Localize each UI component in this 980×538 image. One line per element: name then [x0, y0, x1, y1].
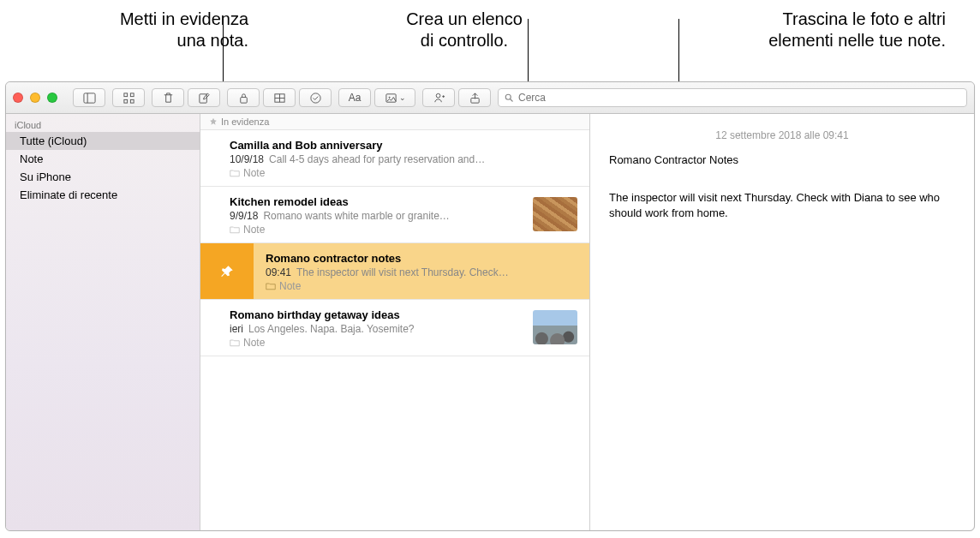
add-people-button[interactable] — [422, 88, 455, 107]
table-icon — [273, 92, 286, 105]
share-icon — [469, 92, 481, 105]
note-thumbnail — [533, 310, 577, 344]
checklist-button[interactable] — [299, 88, 332, 107]
sidebar-group-label: iCloud — [6, 117, 200, 132]
new-note-button[interactable] — [188, 88, 220, 107]
note-preview: 9/9/18Romano wants white marble or grani… — [230, 210, 524, 222]
folder-icon — [230, 169, 240, 177]
annotation-callouts: Metti in evidenzauna nota. Crea un elenc… — [0, 0, 980, 81]
svg-rect-4 — [123, 99, 127, 103]
note-preview: ieriLos Angeles. Napa. Baja. Yosemite? — [230, 323, 524, 335]
callout-checklist: Crea un elencodi controllo. — [353, 9, 576, 81]
svg-point-13 — [388, 96, 390, 98]
sidebar-item-recently-deleted[interactable]: Eliminate di recente — [6, 186, 200, 204]
pin-badge — [200, 243, 254, 299]
svg-rect-0 — [83, 93, 94, 102]
svg-rect-2 — [123, 93, 127, 96]
grid-icon — [122, 92, 135, 105]
note-row[interactable]: Romano birthday getaway ideas ieriLos An… — [200, 300, 589, 356]
window-controls — [13, 93, 57, 103]
svg-point-16 — [505, 94, 511, 99]
toggle-sidebar-button[interactable] — [73, 88, 105, 107]
note-title: Romano contractor notes — [266, 252, 577, 265]
lock-icon — [237, 92, 250, 105]
pin-icon — [209, 117, 218, 126]
search-input[interactable] — [518, 92, 961, 104]
note-body[interactable]: The inspector will visit next Thursday. … — [609, 190, 955, 220]
folder-icon — [230, 225, 240, 234]
search-icon — [504, 93, 514, 103]
note-folder: Note — [230, 167, 577, 179]
compose-icon — [198, 92, 211, 105]
note-folder: Note — [266, 280, 577, 292]
note-title: Kitchen remodel ideas — [230, 195, 524, 208]
note-timestamp: 12 settembre 2018 alle 09:41 — [609, 129, 955, 141]
note-row[interactable]: Camilla and Bob anniversary 10/9/18Call … — [200, 130, 589, 187]
close-window-button[interactable] — [13, 93, 23, 103]
checklist-icon — [309, 92, 322, 105]
note-preview: 10/9/18Call 4-5 days ahead for party res… — [230, 153, 577, 165]
svg-point-11 — [310, 93, 320, 102]
search-field[interactable] — [498, 88, 967, 107]
sidebar-icon — [83, 92, 96, 105]
sidebar-item-all-icloud[interactable]: Tutte (iCloud) — [6, 132, 200, 150]
note-row-selected[interactable]: Romano contractor notes 09:41The inspect… — [200, 243, 589, 300]
notes-window: Aa ⌄ iCloud Tutte (iCloud) Note Su iPhon… — [5, 81, 975, 531]
share-button[interactable] — [458, 88, 491, 107]
folder-icon — [230, 338, 240, 347]
note-title: Romano birthday getaway ideas — [230, 308, 524, 321]
list-view-button[interactable] — [112, 88, 145, 107]
toolbar: Aa ⌄ — [6, 82, 974, 114]
svg-rect-5 — [130, 99, 134, 103]
folder-icon — [266, 282, 276, 290]
svg-rect-7 — [240, 97, 247, 103]
delete-note-button[interactable] — [152, 88, 184, 107]
media-button[interactable]: ⌄ — [374, 88, 415, 107]
svg-rect-3 — [130, 93, 134, 96]
person-add-icon — [433, 92, 445, 105]
sidebar-item-notes[interactable]: Note — [6, 150, 200, 168]
note-row[interactable]: Kitchen remodel ideas 9/9/18Romano wants… — [200, 187, 589, 243]
note-detail[interactable]: 12 settembre 2018 alle 09:41 Romano Cont… — [590, 114, 974, 530]
photo-icon — [385, 92, 397, 105]
note-preview: 09:41The inspector will visit next Thurs… — [266, 266, 577, 278]
pushpin-icon — [219, 264, 235, 279]
format-icon: Aa — [349, 92, 362, 104]
note-detail-title[interactable]: Romano Contractor Notes — [609, 153, 955, 166]
note-folder: Note — [230, 337, 524, 349]
trash-icon — [162, 92, 175, 105]
note-title: Camilla and Bob anniversary — [230, 139, 577, 152]
section-header-pinned: In evidenza — [200, 114, 589, 130]
chevron-down-icon: ⌄ — [399, 93, 406, 102]
svg-point-14 — [436, 93, 440, 98]
callout-drag-photos: Trascina le foto e altrielementi nelle t… — [680, 9, 954, 81]
svg-line-17 — [511, 99, 513, 102]
sidebar-item-on-iphone[interactable]: Su iPhone — [6, 168, 200, 186]
format-button[interactable]: Aa — [338, 88, 371, 107]
notes-list[interactable]: In evidenza Camilla and Bob anniversary … — [200, 114, 590, 530]
sidebar: iCloud Tutte (iCloud) Note Su iPhone Eli… — [6, 114, 200, 530]
zoom-window-button[interactable] — [47, 93, 57, 103]
table-button[interactable] — [263, 88, 296, 107]
callout-pin-note: Metti in evidenzauna nota. — [26, 9, 248, 81]
lock-note-button[interactable] — [227, 88, 260, 107]
note-folder: Note — [230, 224, 524, 236]
note-thumbnail — [533, 197, 577, 231]
minimize-window-button[interactable] — [30, 93, 40, 103]
